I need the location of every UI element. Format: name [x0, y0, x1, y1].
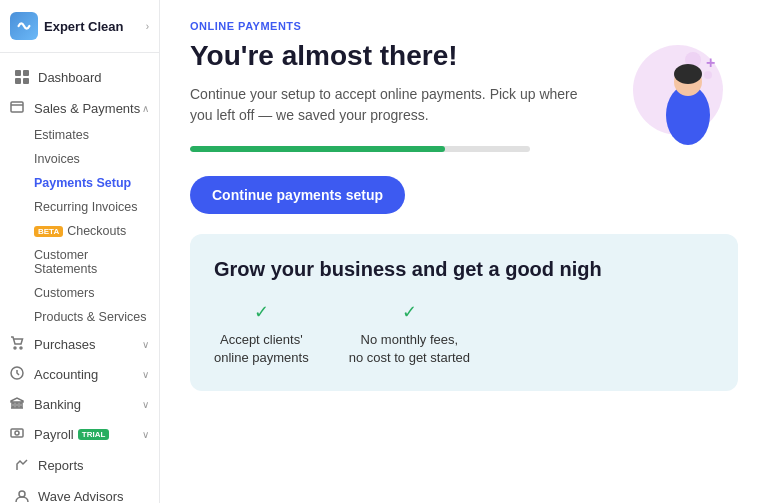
purchases-icon [10, 336, 26, 352]
sidebar-item-reports[interactable]: Reports [4, 450, 155, 480]
svg-rect-11 [20, 403, 22, 407]
sales-chevron-icon: ∧ [142, 103, 149, 114]
sidebar-item-products-services[interactable]: Products & Services [0, 305, 159, 329]
sidebar-logo[interactable]: Expert Clean › [0, 0, 159, 53]
sidebar-item-purchases[interactable]: Purchases ∨ [0, 329, 159, 359]
payments-setup-page: ONLINE PAYMENTS You're almost there! Con… [160, 0, 768, 411]
products-services-label: Products & Services [34, 310, 147, 324]
progress-bar-container [190, 146, 530, 152]
promo-feature-2: ✓ No monthly fees,no cost to get started [349, 301, 470, 367]
svg-rect-0 [15, 70, 21, 76]
reports-label: Reports [38, 458, 84, 473]
reports-icon [14, 457, 30, 473]
customer-statements-label: Customer Statements [34, 248, 149, 276]
accounting-chevron-icon: ∨ [142, 369, 149, 380]
sidebar-item-banking[interactable]: Banking ∨ [0, 389, 159, 419]
logo-chevron-icon: › [146, 21, 149, 32]
promo-feature-text-2: No monthly fees,no cost to get started [349, 331, 470, 367]
svg-rect-3 [23, 78, 29, 84]
sidebar-item-estimates[interactable]: Estimates [0, 123, 159, 147]
promo-feature-1: ✓ Accept clients'online payments [214, 301, 309, 367]
promo-section: Grow your business and get a good nigh ✓… [190, 234, 738, 391]
promo-features: ✓ Accept clients'online payments ✓ No mo… [214, 301, 714, 367]
payroll-label: Payroll [34, 427, 74, 442]
dashboard-icon [14, 69, 30, 85]
payments-setup-label: Payments Setup [34, 176, 131, 190]
sales-icon [10, 100, 26, 116]
promo-title: Grow your business and get a good nigh [214, 258, 714, 281]
sidebar-item-wave-advisors[interactable]: Wave Advisors [4, 481, 155, 503]
app-name: Expert Clean [44, 19, 146, 34]
hero-text: You're almost there! Continue your setup… [190, 40, 598, 214]
sidebar-item-sales-payments[interactable]: Sales & Payments ∧ [0, 93, 159, 123]
invoices-label: Invoices [34, 152, 80, 166]
check-icon-2: ✓ [349, 301, 470, 323]
sidebar-item-customers[interactable]: Customers [0, 281, 159, 305]
hero-subtitle: Continue your setup to accept online pay… [190, 84, 598, 126]
sidebar-item-dashboard[interactable]: Dashboard [4, 62, 155, 92]
sidebar-item-accounting[interactable]: Accounting ∨ [0, 359, 159, 389]
sidebar-item-invoices[interactable]: Invoices [0, 147, 159, 171]
hero-section: You're almost there! Continue your setup… [190, 40, 738, 214]
sidebar-item-checkouts[interactable]: BETA Checkouts [0, 219, 159, 243]
sales-payments-label: Sales & Payments [34, 101, 140, 116]
recurring-invoices-label: Recurring Invoices [34, 200, 138, 214]
section-label: ONLINE PAYMENTS [190, 20, 738, 32]
check-icon-1: ✓ [214, 301, 309, 323]
sidebar: Expert Clean › Dashboard Sales [0, 0, 160, 503]
accounting-icon [10, 366, 26, 382]
purchases-label: Purchases [34, 337, 95, 352]
svg-rect-4 [11, 102, 23, 112]
wave-advisors-label: Wave Advisors [38, 489, 124, 504]
purchases-chevron-icon: ∨ [142, 339, 149, 350]
main-content: ONLINE PAYMENTS You're almost there! Con… [160, 0, 768, 503]
svg-point-6 [14, 347, 16, 349]
banking-label: Banking [34, 397, 81, 412]
wave-advisors-icon [14, 488, 30, 503]
dashboard-label: Dashboard [38, 70, 102, 85]
promo-feature-text-1: Accept clients'online payments [214, 331, 309, 367]
payroll-chevron-icon: ∨ [142, 429, 149, 440]
svg-rect-2 [15, 78, 21, 84]
checkouts-label: Checkouts [67, 224, 126, 238]
app-logo-icon [10, 12, 38, 40]
main-nav: Dashboard Sales & Payments ∧ Estimates I… [0, 53, 159, 503]
hero-illustration: + [618, 40, 738, 154]
svg-rect-13 [11, 429, 23, 437]
trial-badge: TRIAL [78, 429, 110, 440]
sidebar-item-recurring-invoices[interactable]: Recurring Invoices [0, 195, 159, 219]
banking-icon [10, 396, 26, 412]
sidebar-item-payments-setup[interactable]: Payments Setup [0, 171, 159, 195]
svg-text:+: + [706, 54, 715, 71]
continue-payments-setup-button[interactable]: Continue payments setup [190, 176, 405, 214]
svg-point-7 [20, 347, 22, 349]
svg-rect-1 [23, 70, 29, 76]
svg-point-15 [19, 491, 25, 497]
payroll-icon [10, 426, 26, 442]
banking-chevron-icon: ∨ [142, 399, 149, 410]
sidebar-item-customer-statements[interactable]: Customer Statements [0, 243, 159, 281]
customers-label: Customers [34, 286, 94, 300]
sidebar-item-payroll[interactable]: Payroll TRIAL ∨ [0, 419, 159, 449]
svg-point-14 [15, 431, 19, 435]
hero-title: You're almost there! [190, 40, 598, 72]
svg-point-21 [674, 64, 702, 84]
svg-rect-10 [16, 403, 18, 407]
estimates-label: Estimates [34, 128, 89, 142]
accounting-label: Accounting [34, 367, 98, 382]
svg-rect-9 [12, 403, 14, 407]
beta-badge: BETA [34, 226, 63, 237]
svg-point-18 [704, 71, 712, 79]
progress-bar-fill [190, 146, 445, 152]
